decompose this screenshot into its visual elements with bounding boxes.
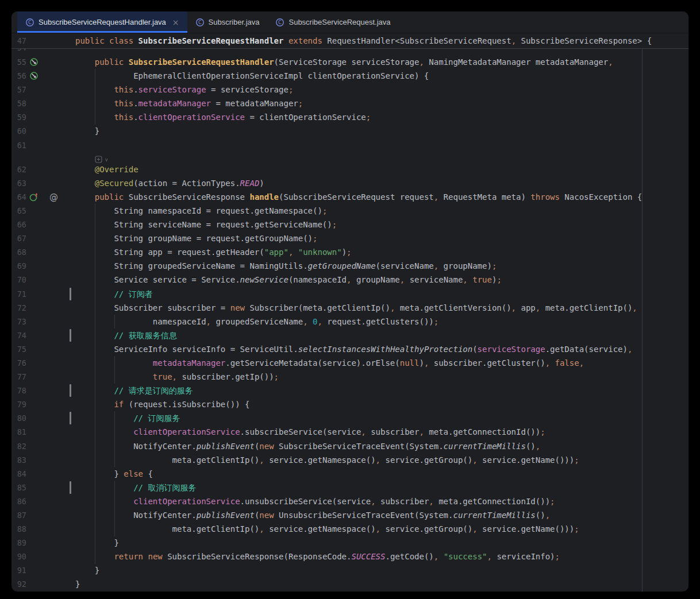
vcs-change-marker[interactable] <box>70 384 71 397</box>
code-line-61[interactable]: 61 <box>11 138 689 152</box>
code-line-56[interactable]: 56 EphemeralClientOperationServiceImpl c… <box>11 69 689 83</box>
code-line-63[interactable]: 63 @Secured(action = ActionTypes.READ) <box>11 176 689 190</box>
navigate-arrow-icon[interactable] <box>29 57 39 67</box>
line-number: 74 <box>11 329 26 342</box>
code-text: @Override <box>75 163 689 176</box>
code-line-68[interactable]: 68 String app = request.getHeader("app",… <box>11 245 689 259</box>
line-number: 77 <box>11 370 26 384</box>
code-text: clientOperationService.subscribeService(… <box>75 425 689 439</box>
code-line-84[interactable]: 84 } else { <box>11 467 689 481</box>
code-line-73[interactable]: 73 namespaceId, groupedServiceName, 0, r… <box>11 315 689 329</box>
line-number: 87 <box>11 508 26 522</box>
code-line-75[interactable]: 75 ServiceInfo serviceInfo = ServiceUtil… <box>11 342 689 356</box>
line-number: 60 <box>11 124 26 138</box>
line-number: 76 <box>11 356 26 370</box>
code-line-81[interactable]: 81 clientOperationService.subscribeServi… <box>11 425 689 439</box>
code-line-62[interactable]: 62 @Override <box>11 163 689 176</box>
tab-label: Subscriber.java <box>209 18 260 26</box>
code-line-66[interactable]: 66 String serviceName = request.getServi… <box>11 218 689 231</box>
sticky-header-line[interactable]: 47 public class SubscribeServiceRequestH… <box>11 33 689 49</box>
svg-text:C: C <box>28 20 32 25</box>
code-line-92[interactable]: 92} <box>11 577 689 591</box>
line-number: 62 <box>11 163 26 176</box>
code-text: NotifyCenter.publishEvent(new SubscribeS… <box>75 439 689 453</box>
code-line-90[interactable]: 90 return new SubscribeServiceResponse(R… <box>11 550 689 563</box>
line-number: 75 <box>11 342 26 356</box>
code-line-60[interactable]: 60 } <box>11 124 689 138</box>
code-editor[interactable]: 55 public SubscribeServiceRequestHandler… <box>11 55 689 592</box>
code-line-82[interactable]: 82 NotifyCenter.publishEvent(new Subscri… <box>11 439 689 453</box>
code-text: // 获取服务信息 <box>75 329 689 342</box>
line-number: 61 <box>11 138 26 152</box>
code-line-76[interactable]: 76 metadataManager.getServiceMetadata(se… <box>11 356 689 370</box>
code-text: NotifyCenter.publishEvent(new Unsubscrib… <box>75 508 689 522</box>
code-line-55[interactable]: 55 public SubscribeServiceRequestHandler… <box>11 55 689 69</box>
code-text: public SubscribeServiceRequestHandler(Se… <box>75 55 689 69</box>
code-text: } <box>75 577 689 591</box>
code-line-70[interactable]: 70 Service service = Service.newService(… <box>11 273 689 287</box>
line-number: 78 <box>11 384 26 397</box>
line-number: 92 <box>11 577 26 591</box>
sticky-line-code: public class SubscribeServiceRequestHand… <box>75 36 689 45</box>
code-text: public SubscribeServiceResponse handle(S… <box>75 190 689 204</box>
code-line-74[interactable]: 74 // 获取服务信息 <box>11 329 689 342</box>
close-icon[interactable]: × <box>172 18 179 26</box>
vcs-change-marker[interactable] <box>70 288 71 300</box>
code-line-67[interactable]: 67 String groupName = request.getGroupNa… <box>11 231 689 245</box>
code-line-89[interactable]: 89 } <box>11 536 689 550</box>
code-text: Subscriber subscriber = new Subscriber(m… <box>75 301 689 315</box>
code-line-85[interactable]: 85 // 取消订阅服务 <box>11 481 689 494</box>
line-number: 81 <box>11 425 26 439</box>
code-text: String namespaceId = request.getNamespac… <box>75 204 689 218</box>
line-number: 65 <box>11 204 26 218</box>
code-line-71[interactable]: 71 // 订阅者 <box>11 287 689 301</box>
code-line-59[interactable]: 59 this.clientOperationService = clientO… <box>11 110 689 124</box>
code-text: return new SubscribeServiceResponse(Resp… <box>75 550 689 563</box>
inlay-hint-row: ∨ <box>11 152 689 163</box>
code-line-69[interactable]: 69 String groupedServiceName = NamingUti… <box>11 259 689 273</box>
vcs-change-marker[interactable] <box>70 329 71 342</box>
code-text: this.clientOperationService = clientOper… <box>75 110 689 124</box>
code-line-87[interactable]: 87 NotifyCenter.publishEvent(new Unsubsc… <box>11 508 689 522</box>
code-text: meta.getClientIp(), service.getNamespace… <box>75 522 689 536</box>
line-number: 82 <box>11 439 26 453</box>
line-number: 84 <box>11 467 26 481</box>
editor-tab-bar: CSubscribeServiceRequestHandler.java×CSu… <box>11 11 689 33</box>
code-line-57[interactable]: 57 this.serviceStorage = serviceStorage; <box>11 83 689 96</box>
tab-subscribeservicerequesthandler[interactable]: CSubscribeServiceRequestHandler.java× <box>17 11 187 33</box>
code-line-79[interactable]: 79 if (request.isSubscribe()) { <box>11 397 689 411</box>
code-line-91[interactable]: 91 } <box>11 563 689 577</box>
at-annotation-icon[interactable]: @ <box>49 190 58 204</box>
clipped-line-number: 54 <box>11 49 26 55</box>
tab-subscriber[interactable]: CSubscriber.java <box>187 11 268 33</box>
tab-subscribeservicerequest[interactable]: CSubscribeServiceRequest.java <box>267 11 398 33</box>
overrides-icon[interactable] <box>29 192 39 202</box>
line-number: 68 <box>11 245 26 259</box>
code-text: } <box>75 563 689 577</box>
code-text: // 请求是订阅的服务 <box>75 384 689 397</box>
code-text: // 取消订阅服务 <box>75 481 689 494</box>
code-line-88[interactable]: 88 meta.getClientIp(), service.getNamesp… <box>11 522 689 536</box>
navigate-arrow-icon[interactable] <box>29 71 39 81</box>
code-line-72[interactable]: 72 Subscriber subscriber = new Subscribe… <box>11 301 689 315</box>
line-number: 80 <box>11 411 26 425</box>
code-line-86[interactable]: 86 clientOperationService.unsubscribeSer… <box>11 494 689 508</box>
line-number: 67 <box>11 231 26 245</box>
code-line-64[interactable]: 64@ public SubscribeServiceResponse hand… <box>11 190 689 204</box>
code-line-83[interactable]: 83 meta.getClientIp(), service.getNamesp… <box>11 453 689 467</box>
code-line-78[interactable]: 78 // 请求是订阅的服务 <box>11 384 689 397</box>
line-number: 86 <box>11 494 26 508</box>
code-text: if (request.isSubscribe()) { <box>75 397 689 411</box>
code-line-65[interactable]: 65 String namespaceId = request.getNames… <box>11 204 689 218</box>
vcs-change-marker[interactable] <box>70 412 71 424</box>
vcs-change-marker[interactable] <box>70 481 71 494</box>
code-line-80[interactable]: 80 // 订阅服务 <box>11 411 689 425</box>
code-text: Service service = Service.newService(nam… <box>75 273 689 287</box>
line-number: 71 <box>11 287 26 301</box>
line-number: 59 <box>11 110 26 124</box>
line-number: 56 <box>11 69 26 83</box>
code-line-77[interactable]: 77 true, subscriber.getIp()); <box>11 370 689 384</box>
svg-text:C: C <box>279 20 282 25</box>
code-line-58[interactable]: 58 this.metadataManager = metadataManage… <box>11 96 689 110</box>
tab-label: SubscribeServiceRequestHandler.java <box>39 18 166 26</box>
